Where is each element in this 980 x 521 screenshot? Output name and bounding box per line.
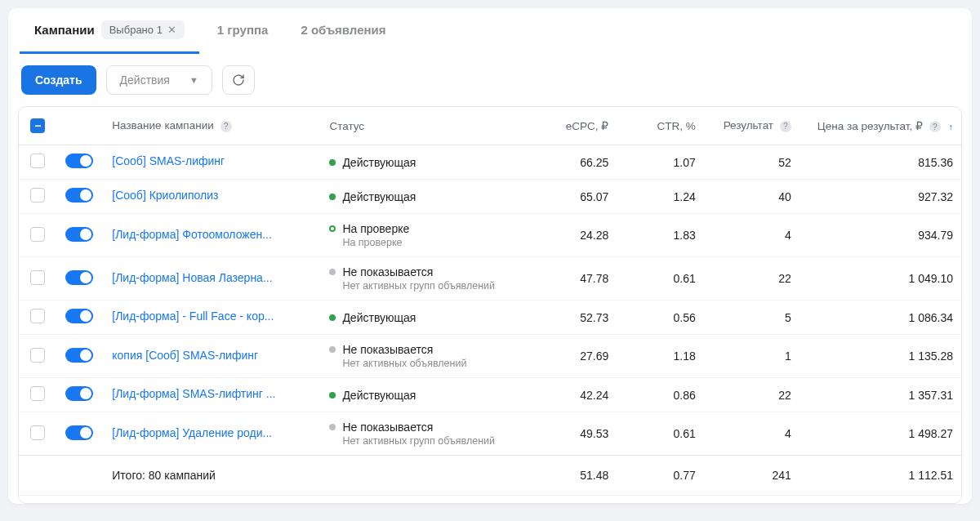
status-dot-icon: [329, 314, 336, 321]
table-row: [Лид-форма] - Full Face - кор...Действую…: [19, 301, 961, 335]
cell-ctr: 1.18: [617, 335, 703, 378]
table-row: [Сооб] КриолиполизДействующая65.071.2440…: [19, 180, 961, 214]
row-checkbox[interactable]: [30, 425, 45, 440]
table-row: [Лид-форма] Новая Лазерна...Не показывае…: [19, 257, 961, 301]
row-toggle[interactable]: [65, 309, 93, 323]
cell-price: 1 357.31: [800, 378, 961, 412]
campaign-link[interactable]: копия [Сооб] SMAS-лифинг: [112, 349, 258, 362]
campaign-link[interactable]: [Сооб] SMAS-лифинг: [112, 154, 225, 167]
row-checkbox[interactable]: [30, 270, 45, 285]
row-toggle[interactable]: [65, 425, 93, 440]
table-row: [Сооб] SMAS-лифингДействующая66.251.0752…: [19, 145, 961, 180]
cell-ctr: 1.07: [617, 145, 703, 180]
status-text: Не показывается: [342, 421, 433, 434]
selected-chip[interactable]: Выбрано 1 ✕: [101, 20, 185, 39]
cell-result: 22: [704, 378, 800, 412]
row-checkbox[interactable]: [30, 386, 45, 401]
cell-result: 40: [704, 180, 800, 214]
cell-price: 934.79: [800, 214, 961, 257]
table-row: копия [Сооб] SMAS-лифингНе показываетсяН…: [19, 335, 961, 378]
campaigns-table: − Название кампании ? Статус eCPC, ₽ CTR…: [19, 107, 961, 495]
cell-result: 4: [704, 214, 800, 257]
table-row: [Лид-форма] SMAS-лифтинг ...Действующая4…: [19, 378, 961, 412]
header-ecpc[interactable]: eCPC, ₽: [530, 107, 617, 145]
row-toggle[interactable]: [65, 188, 93, 203]
cell-result: 1: [704, 335, 800, 378]
status-text: Действующая: [342, 190, 416, 203]
cell-result: 5: [704, 301, 800, 335]
status-dot-icon: [329, 392, 336, 399]
row-checkbox[interactable]: [30, 188, 45, 203]
actions-label: Действия: [120, 73, 170, 87]
totals-label: Итого: 80 кампаний: [104, 456, 321, 496]
campaign-link[interactable]: [Лид-форма] Удаление роди...: [112, 426, 272, 439]
chevron-down-icon: ▼: [189, 75, 198, 85]
campaign-link[interactable]: [Лид-форма] SMAS-лифтинг ...: [112, 387, 275, 400]
header-status[interactable]: Статус: [321, 107, 529, 145]
tabs-bar: Кампании Выбрано 1 ✕ 1 группа 2 объявлен…: [8, 8, 972, 54]
tab-groups-label: 1 группа: [217, 23, 269, 37]
header-price[interactable]: Цена за результат, ₽ ? ↑: [800, 107, 961, 145]
horizontal-scrollbar[interactable]: [19, 495, 961, 503]
totals-price: 1 112.51: [800, 456, 961, 496]
help-icon[interactable]: ?: [220, 121, 232, 132]
row-toggle[interactable]: [65, 270, 93, 285]
campaign-link[interactable]: [Лид-форма] Фотоомоложен...: [112, 228, 272, 241]
row-toggle[interactable]: [65, 386, 93, 401]
status-subtext: Нет активных объявлений: [329, 358, 521, 369]
campaigns-panel: Кампании Выбрано 1 ✕ 1 группа 2 объявлен…: [8, 8, 972, 504]
actions-dropdown[interactable]: Действия ▼: [106, 65, 212, 95]
status-text: Действующая: [342, 156, 416, 169]
totals-ctr: 0.77: [617, 456, 703, 496]
status-dot-icon: [329, 225, 336, 232]
close-icon[interactable]: ✕: [167, 24, 176, 36]
sort-asc-icon: ↑: [949, 122, 954, 131]
header-select-all[interactable]: −: [19, 107, 57, 145]
tab-campaigns[interactable]: Кампании Выбрано 1 ✕: [20, 8, 199, 54]
totals-ecpc: 51.48: [530, 456, 617, 496]
cell-ecpc: 27.69: [530, 335, 617, 378]
cell-ecpc: 66.25: [530, 145, 617, 180]
status-text: Действующая: [342, 389, 416, 402]
tab-groups[interactable]: 1 группа: [203, 8, 283, 54]
campaign-link[interactable]: [Сооб] Криолиполиз: [112, 189, 218, 202]
tab-ads[interactable]: 2 объявления: [286, 8, 400, 54]
totals-result: 241: [704, 456, 800, 496]
row-checkbox[interactable]: [30, 309, 45, 323]
status-dot-icon: [329, 269, 336, 275]
cell-ecpc: 24.28: [530, 214, 617, 257]
row-checkbox[interactable]: [30, 154, 45, 168]
cell-result: 52: [704, 145, 800, 180]
row-toggle[interactable]: [65, 348, 93, 363]
row-toggle[interactable]: [65, 227, 93, 242]
status-text: Не показывается: [342, 343, 433, 356]
campaign-link[interactable]: [Лид-форма] - Full Face - кор...: [112, 309, 274, 323]
cell-ecpc: 49.53: [530, 412, 617, 456]
tab-ads-label: 2 объявления: [301, 23, 385, 37]
campaign-link[interactable]: [Лид-форма] Новая Лазерна...: [112, 271, 272, 284]
help-icon[interactable]: ?: [780, 121, 791, 132]
status-dot-icon: [329, 159, 336, 166]
header-toggle: [57, 107, 104, 145]
selected-chip-label: Выбрано 1: [109, 24, 163, 36]
cell-price: 1 498.27: [800, 412, 961, 456]
refresh-button[interactable]: [222, 65, 255, 95]
campaigns-table-wrap: − Название кампании ? Статус eCPC, ₽ CTR…: [18, 106, 962, 504]
row-toggle[interactable]: [65, 154, 93, 168]
create-button[interactable]: Создать: [21, 65, 96, 95]
status-text: Действующая: [342, 311, 416, 324]
row-checkbox[interactable]: [30, 227, 45, 242]
status-dot-icon: [329, 194, 336, 200]
cell-ecpc: 47.78: [530, 257, 617, 301]
cell-result: 4: [704, 412, 800, 456]
row-checkbox[interactable]: [30, 348, 45, 363]
cell-ctr: 1.24: [617, 180, 703, 214]
header-result[interactable]: Результат ?: [704, 107, 800, 145]
indeterminate-checkbox-icon[interactable]: −: [30, 118, 45, 133]
cell-price: 1 086.34: [800, 301, 961, 335]
header-ctr[interactable]: CTR, %: [617, 107, 703, 145]
status-dot-icon: [329, 424, 336, 430]
help-icon[interactable]: ?: [929, 121, 941, 132]
header-name[interactable]: Название кампании ?: [104, 107, 321, 145]
status-text: На проверке: [342, 222, 409, 235]
